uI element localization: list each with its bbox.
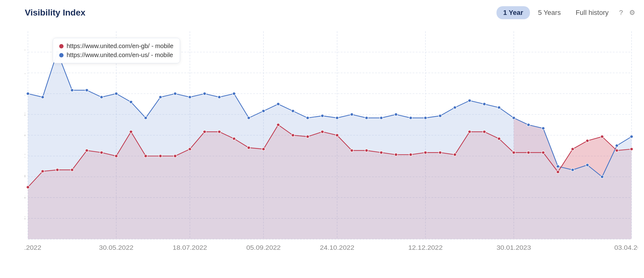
svg-point-102 (395, 153, 398, 156)
svg-point-108 (483, 130, 486, 133)
svg-point-118 (630, 148, 633, 150)
svg-point-51 (262, 110, 265, 112)
chart-area: 0.030.060.090.120.150.180.210.240.27.03.… (25, 25, 638, 254)
svg-point-111 (527, 151, 530, 154)
svg-point-96 (306, 135, 309, 138)
svg-point-97 (321, 130, 324, 133)
chart-container: Visibility Index 1 Year 5 Years Full his… (0, 0, 644, 278)
svg-point-83 (115, 155, 118, 157)
svg-text:.03.2022: .03.2022 (25, 244, 41, 251)
svg-point-87 (174, 155, 177, 157)
svg-point-104 (424, 151, 427, 154)
svg-point-41 (115, 92, 118, 95)
svg-point-101 (380, 151, 383, 154)
svg-text:0.24: 0.24 (25, 69, 25, 76)
svg-point-107 (468, 130, 471, 133)
svg-text:03.04.2023: 03.04.2023 (614, 244, 638, 251)
svg-point-80 (71, 168, 74, 171)
svg-point-114 (571, 148, 574, 150)
svg-point-98 (336, 134, 339, 137)
svg-point-53 (291, 110, 294, 112)
svg-point-81 (85, 149, 88, 152)
svg-point-61 (409, 116, 412, 119)
svg-point-93 (262, 148, 265, 150)
svg-point-65 (468, 99, 471, 102)
svg-point-95 (291, 134, 294, 137)
svg-point-105 (439, 151, 442, 154)
svg-point-94 (277, 123, 280, 126)
svg-point-78 (41, 170, 44, 173)
svg-point-116 (601, 135, 604, 138)
svg-point-85 (144, 155, 147, 157)
time-btn-1year[interactable]: 1 Year (496, 6, 530, 19)
time-btn-5years[interactable]: 5 Years (531, 6, 567, 19)
svg-text:05.09.2022: 05.09.2022 (246, 244, 281, 251)
svg-point-113 (556, 170, 559, 173)
svg-text:12.12.2022: 12.12.2022 (408, 244, 443, 251)
svg-text:0.03: 0.03 (25, 214, 25, 222)
time-btn-fullhistory[interactable]: Full history (569, 6, 615, 19)
svg-point-37 (56, 51, 59, 53)
svg-point-47 (203, 92, 206, 95)
svg-point-43 (144, 116, 147, 119)
svg-point-99 (350, 149, 353, 152)
svg-point-39 (85, 89, 88, 92)
svg-point-40 (100, 96, 103, 98)
svg-point-44 (159, 96, 162, 98)
svg-point-54 (306, 116, 309, 119)
svg-point-56 (336, 116, 339, 119)
svg-point-42 (130, 101, 133, 103)
svg-point-36 (41, 96, 44, 98)
svg-point-91 (232, 137, 236, 140)
visibility-chart: 0.030.060.090.120.150.180.210.240.27.03.… (25, 25, 638, 254)
svg-text:0.21: 0.21 (25, 90, 25, 97)
svg-text:0.27: 0.27 (25, 48, 25, 55)
svg-text:24.10.2022: 24.10.2022 (320, 244, 354, 251)
svg-point-75 (615, 144, 618, 147)
svg-point-106 (453, 153, 457, 156)
svg-point-82 (100, 151, 103, 154)
svg-point-49 (232, 92, 236, 95)
svg-text:0.12: 0.12 (25, 152, 25, 159)
svg-point-71 (556, 165, 559, 168)
svg-point-58 (365, 116, 368, 119)
svg-point-76 (630, 135, 633, 138)
svg-point-112 (542, 151, 545, 154)
settings-icon[interactable]: ⚙ (627, 7, 638, 18)
svg-point-50 (247, 116, 250, 119)
svg-point-88 (188, 148, 192, 150)
svg-point-84 (130, 130, 133, 133)
svg-text:0.06: 0.06 (25, 194, 25, 201)
svg-point-45 (174, 92, 177, 95)
help-icon[interactable]: ? (617, 7, 625, 18)
svg-point-60 (395, 113, 398, 116)
svg-point-86 (159, 155, 162, 157)
svg-point-100 (365, 149, 368, 152)
svg-point-89 (203, 130, 206, 133)
svg-point-62 (424, 116, 427, 119)
svg-text:30.01.2023: 30.01.2023 (496, 244, 531, 251)
svg-point-115 (586, 139, 589, 142)
svg-text:0.18: 0.18 (25, 110, 25, 118)
svg-point-38 (71, 89, 74, 92)
svg-point-92 (247, 146, 250, 149)
svg-point-103 (409, 153, 412, 156)
svg-point-74 (601, 175, 604, 178)
svg-point-52 (277, 103, 280, 105)
svg-point-70 (542, 127, 545, 130)
svg-point-117 (615, 149, 618, 152)
svg-point-57 (350, 113, 353, 116)
svg-point-110 (512, 151, 515, 154)
svg-point-79 (56, 168, 59, 171)
chart-header: Visibility Index 1 Year 5 Years Full his… (25, 6, 638, 19)
svg-point-64 (453, 106, 457, 109)
svg-point-73 (586, 164, 589, 166)
svg-point-67 (497, 106, 501, 109)
svg-point-72 (571, 168, 574, 171)
svg-point-69 (527, 123, 530, 126)
svg-text:30.05.2022: 30.05.2022 (99, 244, 134, 251)
svg-point-90 (218, 130, 221, 133)
svg-point-77 (26, 186, 29, 189)
time-controls: 1 Year 5 Years Full history ? ⚙ (496, 6, 638, 19)
svg-point-66 (483, 103, 486, 105)
